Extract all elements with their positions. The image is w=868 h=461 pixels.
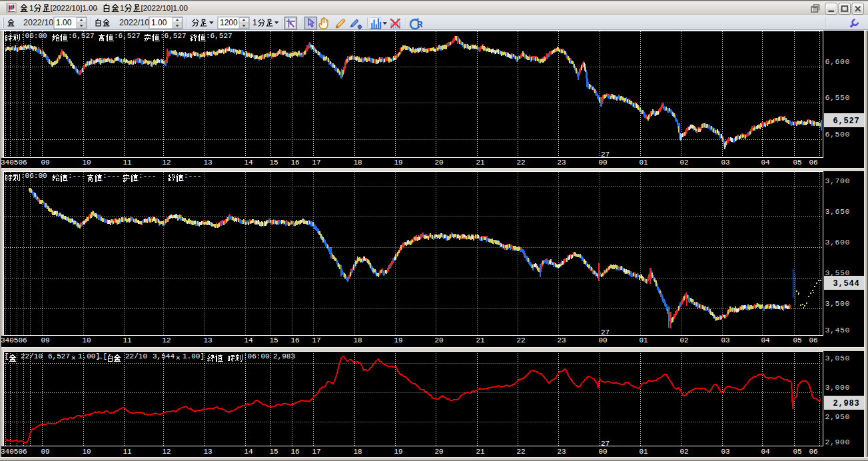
- svg-text:14: 14: [244, 336, 253, 344]
- svg-text:2,900: 2,900: [825, 438, 851, 446]
- svg-text:00: 00: [598, 448, 607, 456]
- svg-text:18: 18: [353, 159, 362, 167]
- svg-text:03: 03: [721, 159, 729, 167]
- svg-text:04: 04: [761, 159, 770, 167]
- svg-text:13: 13: [203, 448, 212, 456]
- svg-text:22/10: 22/10: [125, 352, 147, 360]
- svg-text:13: 13: [203, 159, 212, 167]
- svg-text:05: 05: [793, 159, 801, 167]
- svg-text:20: 20: [434, 448, 443, 456]
- svg-text:09: 09: [41, 448, 49, 456]
- svg-text:1.00]: 1.00]: [183, 352, 205, 360]
- svg-text:10: 10: [82, 336, 91, 344]
- svg-text:01: 01: [639, 159, 648, 167]
- svg-text:3,700: 3,700: [825, 177, 851, 185]
- svg-text:6,550: 6,550: [825, 93, 851, 102]
- svg-text:05: 05: [793, 448, 801, 456]
- svg-text::6,527: :6,527: [160, 32, 187, 40]
- svg-text:19: 19: [394, 336, 402, 344]
- svg-text:12: 12: [162, 159, 171, 167]
- svg-text:6,600: 6,600: [825, 57, 851, 66]
- svg-text:15: 15: [269, 336, 278, 344]
- svg-text:[: [: [5, 352, 9, 360]
- svg-text:18: 18: [353, 336, 362, 344]
- svg-text:1.00]: 1.00]: [78, 352, 100, 360]
- svg-text:×: ×: [176, 354, 181, 362]
- svg-text:05: 05: [793, 336, 801, 344]
- svg-text:19: 19: [394, 448, 402, 456]
- svg-text:00: 00: [598, 159, 607, 167]
- svg-text:-: -: [95, 4, 98, 12]
- svg-text:11: 11: [123, 159, 132, 167]
- svg-text:[: [: [103, 352, 108, 360]
- svg-text:3,450: 3,450: [825, 326, 851, 334]
- svg-text:02: 02: [679, 336, 688, 344]
- svg-text:23: 23: [557, 336, 566, 344]
- svg-text:3,050: 3,050: [825, 354, 851, 362]
- svg-text:16: 16: [290, 448, 299, 456]
- svg-text:02: 02: [679, 159, 688, 167]
- svg-text:[2022/10]1.00: [2022/10]1.00: [141, 4, 188, 12]
- svg-text:17: 17: [312, 159, 320, 167]
- svg-text:20: 20: [434, 336, 443, 344]
- svg-text:1: 1: [120, 4, 124, 12]
- svg-text:03: 03: [721, 336, 729, 344]
- svg-text:01: 01: [639, 336, 648, 344]
- svg-text:6,500: 6,500: [825, 130, 851, 139]
- svg-text::6,527: :6,527: [114, 32, 141, 40]
- svg-text:1.00: 1.00: [151, 18, 167, 27]
- svg-text:2,983: 2,983: [273, 352, 295, 360]
- svg-text:23: 23: [557, 448, 566, 456]
- svg-text:09: 09: [41, 159, 49, 167]
- svg-text:21: 21: [476, 448, 485, 456]
- svg-text:12: 12: [162, 336, 171, 344]
- svg-text:340506: 340506: [1, 448, 27, 456]
- svg-text:6,527: 6,527: [833, 117, 859, 126]
- svg-text:16: 16: [290, 336, 299, 344]
- svg-text::06:00: :06:00: [243, 352, 270, 360]
- svg-text:23: 23: [557, 159, 566, 167]
- svg-text:18: 18: [353, 448, 362, 456]
- svg-text:16: 16: [290, 159, 299, 167]
- svg-text:21: 21: [476, 336, 485, 344]
- svg-text:10: 10: [82, 159, 91, 167]
- svg-text:27: 27: [601, 328, 610, 336]
- svg-text:15: 15: [269, 159, 278, 167]
- svg-text:6,527: 6,527: [48, 352, 70, 360]
- svg-text:04: 04: [761, 448, 770, 456]
- svg-text:27: 27: [601, 440, 610, 448]
- svg-text:3,600: 3,600: [825, 238, 851, 246]
- svg-text:00: 00: [598, 336, 607, 344]
- svg-text:19: 19: [394, 159, 402, 167]
- svg-text:04: 04: [761, 336, 770, 344]
- svg-text:12: 12: [162, 448, 171, 456]
- svg-text:20: 20: [434, 159, 443, 167]
- svg-text:17: 17: [312, 448, 320, 456]
- svg-text::---: :---: [103, 172, 120, 180]
- svg-text:1.00: 1.00: [56, 18, 72, 27]
- svg-text:17: 17: [312, 336, 320, 344]
- svg-text:11: 11: [123, 336, 132, 344]
- svg-text:10: 10: [82, 448, 91, 456]
- svg-text:06: 06: [809, 159, 817, 167]
- svg-text:3,000: 3,000: [825, 383, 851, 392]
- svg-text:14: 14: [244, 159, 253, 167]
- svg-text::6,527: :6,527: [68, 32, 95, 40]
- svg-text:11: 11: [123, 448, 132, 456]
- svg-text:15: 15: [269, 448, 278, 456]
- svg-text::6,527: :6,527: [206, 32, 232, 40]
- svg-text:×: ×: [71, 354, 76, 362]
- svg-text:02: 02: [679, 448, 688, 456]
- svg-text:22: 22: [516, 336, 525, 344]
- svg-text:03: 03: [721, 448, 729, 456]
- svg-text:R: R: [417, 20, 423, 29]
- svg-text:06: 06: [809, 448, 817, 456]
- svg-text:09: 09: [41, 336, 49, 344]
- svg-text:21: 21: [476, 159, 485, 167]
- svg-text:340506: 340506: [1, 159, 27, 167]
- svg-text:3,544: 3,544: [833, 279, 859, 288]
- svg-text::06:00: :06:00: [21, 172, 47, 180]
- svg-text:27: 27: [601, 151, 610, 159]
- svg-text:13: 13: [203, 336, 212, 344]
- svg-text:3,500: 3,500: [825, 299, 851, 308]
